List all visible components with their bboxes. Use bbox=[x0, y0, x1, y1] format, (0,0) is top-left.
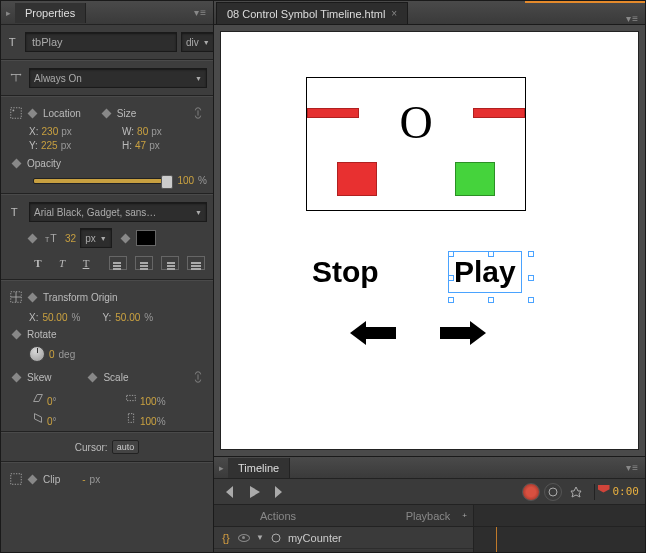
to-x-unit: % bbox=[71, 312, 80, 323]
transform-origin-y[interactable]: 50.00 bbox=[115, 312, 140, 323]
display-select[interactable]: Always On▼ bbox=[29, 68, 207, 88]
rotate-value[interactable]: 0 bbox=[49, 349, 55, 360]
counter-letter: O bbox=[399, 96, 432, 149]
document-tab[interactable]: 08 Control Symbol Timeline.html × bbox=[216, 2, 408, 24]
location-x[interactable]: 230 bbox=[42, 126, 59, 137]
selection-handle[interactable] bbox=[528, 275, 534, 281]
svg-point-17 bbox=[272, 534, 280, 542]
location-y[interactable]: 225 bbox=[41, 140, 58, 151]
text-color-swatch[interactable] bbox=[136, 230, 156, 246]
play-text[interactable]: Play bbox=[454, 255, 516, 289]
selection-handle[interactable] bbox=[528, 251, 534, 257]
size-w[interactable]: 80 bbox=[137, 126, 148, 137]
tab-properties[interactable]: Properties bbox=[15, 3, 86, 23]
keyframe-diamond[interactable] bbox=[12, 330, 22, 340]
opacity-value[interactable]: 100 bbox=[177, 175, 194, 186]
timeline-track-area[interactable] bbox=[474, 505, 645, 552]
scale-y[interactable]: 100 bbox=[140, 416, 157, 427]
keyframe-diamond[interactable] bbox=[28, 474, 38, 484]
selection-handle[interactable] bbox=[448, 251, 454, 257]
keyframe-diamond[interactable] bbox=[120, 233, 130, 243]
rewind-button[interactable] bbox=[220, 483, 240, 501]
scale-x[interactable]: 100 bbox=[140, 396, 157, 407]
selection-handle[interactable] bbox=[488, 297, 494, 303]
keyframe-diamond[interactable] bbox=[28, 108, 38, 118]
brace-icon[interactable]: {} bbox=[220, 529, 232, 547]
stop-text[interactable]: Stop bbox=[312, 255, 379, 289]
selection-handle[interactable] bbox=[448, 297, 454, 303]
arrow-right-icon[interactable] bbox=[440, 321, 486, 345]
skew-y-unit: ° bbox=[53, 416, 57, 427]
pin-icon[interactable] bbox=[566, 483, 586, 501]
visibility-icon[interactable] bbox=[238, 534, 250, 542]
link-icon[interactable] bbox=[189, 104, 207, 122]
add-lane-icon[interactable]: + bbox=[462, 511, 467, 520]
clip-dash[interactable]: - bbox=[82, 474, 85, 485]
playhead-icon[interactable] bbox=[603, 485, 605, 499]
close-icon[interactable]: × bbox=[391, 8, 397, 19]
symbol-container[interactable]: O bbox=[306, 77, 526, 211]
align-right-button[interactable] bbox=[161, 256, 179, 270]
panel-options-menu[interactable]: ▾≡ bbox=[620, 462, 645, 473]
align-center-button[interactable] bbox=[135, 256, 153, 270]
panel-options-menu[interactable]: ▾≡ bbox=[188, 7, 213, 18]
forward-button[interactable] bbox=[268, 483, 288, 501]
skew-x-icon bbox=[29, 389, 47, 407]
font-unit-select[interactable]: px▼ bbox=[80, 228, 112, 248]
align-justify-button[interactable] bbox=[187, 256, 205, 270]
arrow-left-icon[interactable] bbox=[350, 321, 396, 345]
size-h[interactable]: 47 bbox=[135, 140, 146, 151]
keyframe-diamond[interactable] bbox=[101, 108, 111, 118]
underline-button[interactable]: T bbox=[77, 254, 95, 272]
document-options-menu[interactable]: ▾≡ bbox=[620, 13, 645, 24]
loc-y-label: Y: bbox=[29, 140, 38, 151]
keyframe-toggle-button[interactable] bbox=[522, 483, 540, 501]
clip-unit: px bbox=[90, 474, 101, 485]
transform-origin-x[interactable]: 50.00 bbox=[42, 312, 67, 323]
skew-y-icon bbox=[29, 409, 47, 427]
selection-handle[interactable] bbox=[448, 275, 454, 281]
cursor-value[interactable]: auto bbox=[112, 440, 140, 454]
panel-collapse-arrow[interactable]: ▸ bbox=[1, 8, 15, 18]
svg-rect-13 bbox=[127, 395, 136, 400]
timeline-row[interactable]: {} ▼ myCounter bbox=[214, 527, 473, 549]
selection-handle[interactable] bbox=[528, 297, 534, 303]
font-family-select[interactable]: Arial Black, Gadget, sans…▼ bbox=[29, 202, 207, 222]
stage[interactable]: O Stop Play bbox=[220, 31, 639, 450]
bold-button[interactable]: T bbox=[29, 254, 47, 272]
document-tab-bar: 08 Control Symbol Timeline.html × ▾≡ bbox=[214, 1, 645, 25]
size-w-unit: px bbox=[151, 126, 162, 137]
font-size-icon: TT bbox=[43, 229, 61, 247]
timeline-header: Actions Playback + bbox=[214, 505, 473, 527]
keyframe-diamond[interactable] bbox=[12, 159, 22, 169]
element-tag-select[interactable]: div▼ bbox=[181, 32, 213, 52]
tab-timeline[interactable]: Timeline bbox=[228, 458, 290, 478]
rotate-knob[interactable] bbox=[29, 346, 45, 362]
panel-collapse-arrow[interactable]: ▸ bbox=[214, 463, 228, 473]
play-button[interactable] bbox=[244, 483, 264, 501]
link-icon[interactable] bbox=[189, 368, 207, 386]
italic-button[interactable]: T bbox=[53, 254, 71, 272]
element-name-input[interactable] bbox=[25, 32, 177, 52]
panel-tab-bar: ▸ Properties ▾≡ bbox=[1, 1, 213, 25]
keyframe-diamond[interactable] bbox=[28, 233, 38, 243]
keyframe-diamond[interactable] bbox=[12, 372, 22, 382]
to-y-label: Y: bbox=[102, 312, 111, 323]
svg-rect-15 bbox=[11, 474, 22, 485]
svg-point-16 bbox=[549, 488, 557, 496]
size-w-label: W: bbox=[122, 126, 134, 137]
auto-toggle-button[interactable] bbox=[544, 483, 562, 501]
expand-icon[interactable]: ▼ bbox=[256, 533, 264, 542]
playhead-line[interactable] bbox=[496, 527, 497, 552]
timeline-time[interactable]: 0:00 bbox=[613, 485, 640, 498]
selection-handle[interactable] bbox=[488, 251, 494, 257]
opacity-slider[interactable] bbox=[33, 178, 169, 184]
align-left-button[interactable] bbox=[109, 256, 127, 270]
timeline-outliner: Actions Playback + {} ▼ myCounter bbox=[214, 505, 474, 552]
keyframe-diamond[interactable] bbox=[88, 372, 98, 382]
properties-scroll[interactable]: T div▼ Always On▼ Location Size bbox=[1, 25, 213, 552]
text-tool-icon: T bbox=[7, 33, 21, 51]
font-size[interactable]: 32 bbox=[65, 233, 76, 244]
svg-rect-14 bbox=[128, 414, 133, 423]
keyframe-diamond[interactable] bbox=[28, 292, 38, 302]
